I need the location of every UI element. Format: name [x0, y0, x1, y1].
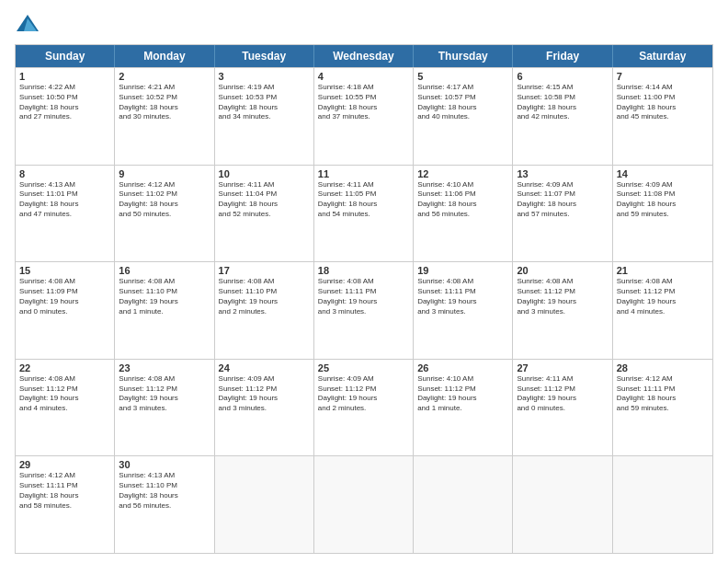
day-number-11: 11: [318, 168, 409, 179]
empty-cell: [613, 456, 712, 553]
day-info-1: Sunrise: 4:22 AM Sunset: 10:50 PM Daylig…: [19, 83, 110, 122]
day-info-17: Sunrise: 4:08 AM Sunset: 11:10 PM Daylig…: [219, 277, 310, 316]
day-number-4: 4: [318, 71, 409, 82]
day-cell-22: 22Sunrise: 4:08 AM Sunset: 11:12 PM Dayl…: [16, 360, 115, 456]
day-number-17: 17: [219, 265, 310, 276]
day-info-9: Sunrise: 4:12 AM Sunset: 11:02 PM Daylig…: [119, 180, 210, 220]
day-info-13: Sunrise: 4:09 AM Sunset: 11:07 PM Daylig…: [517, 180, 608, 220]
day-info-4: Sunrise: 4:18 AM Sunset: 10:55 PM Daylig…: [318, 83, 409, 122]
calendar-row-3: 15Sunrise: 4:08 AM Sunset: 11:09 PM Dayl…: [16, 261, 712, 359]
day-number-10: 10: [219, 168, 310, 179]
day-info-2: Sunrise: 4:21 AM Sunset: 10:52 PM Daylig…: [119, 83, 210, 122]
calendar-header-row: SundayMondayTuesdayWednesdayThursdayFrid…: [16, 45, 712, 67]
day-info-20: Sunrise: 4:08 AM Sunset: 11:12 PM Daylig…: [517, 277, 608, 316]
day-number-25: 25: [318, 362, 409, 373]
day-cell-26: 26Sunrise: 4:10 AM Sunset: 11:12 PM Dayl…: [414, 360, 513, 456]
day-cell-10: 10Sunrise: 4:11 AM Sunset: 11:04 PM Dayl…: [215, 166, 314, 262]
day-cell-29: 29Sunrise: 4:12 AM Sunset: 11:11 PM Dayl…: [16, 456, 115, 553]
day-number-22: 22: [19, 362, 110, 373]
header-day-wednesday: Wednesday: [314, 45, 414, 67]
day-info-21: Sunrise: 4:08 AM Sunset: 11:12 PM Daylig…: [617, 277, 709, 316]
day-number-1: 1: [19, 71, 110, 82]
day-cell-23: 23Sunrise: 4:08 AM Sunset: 11:12 PM Dayl…: [115, 360, 214, 456]
day-number-16: 16: [119, 265, 210, 276]
day-info-6: Sunrise: 4:15 AM Sunset: 10:58 PM Daylig…: [517, 83, 608, 122]
day-number-23: 23: [119, 362, 210, 373]
day-info-29: Sunrise: 4:12 AM Sunset: 11:11 PM Daylig…: [19, 471, 110, 511]
day-info-15: Sunrise: 4:08 AM Sunset: 11:09 PM Daylig…: [19, 277, 110, 316]
day-info-27: Sunrise: 4:11 AM Sunset: 11:12 PM Daylig…: [517, 374, 608, 414]
day-number-12: 12: [417, 168, 508, 179]
day-info-5: Sunrise: 4:17 AM Sunset: 10:57 PM Daylig…: [417, 83, 508, 122]
day-number-7: 7: [617, 71, 709, 82]
day-info-18: Sunrise: 4:08 AM Sunset: 11:11 PM Daylig…: [318, 277, 409, 316]
calendar-row-4: 22Sunrise: 4:08 AM Sunset: 11:12 PM Dayl…: [16, 359, 712, 456]
day-number-2: 2: [119, 71, 210, 82]
day-number-15: 15: [19, 265, 110, 276]
day-cell-27: 27Sunrise: 4:11 AM Sunset: 11:12 PM Dayl…: [513, 360, 612, 456]
day-number-28: 28: [617, 362, 709, 373]
day-info-11: Sunrise: 4:11 AM Sunset: 11:05 PM Daylig…: [318, 180, 409, 220]
logo: [15, 11, 44, 37]
header-day-sunday: Sunday: [16, 45, 115, 67]
day-cell-2: 2Sunrise: 4:21 AM Sunset: 10:52 PM Dayli…: [115, 68, 214, 165]
empty-cell: [513, 456, 612, 553]
day-info-24: Sunrise: 4:09 AM Sunset: 11:12 PM Daylig…: [219, 374, 310, 414]
calendar-row-2: 8Sunrise: 4:13 AM Sunset: 11:01 PM Dayli…: [16, 165, 712, 262]
day-cell-15: 15Sunrise: 4:08 AM Sunset: 11:09 PM Dayl…: [16, 262, 115, 359]
calendar: SundayMondayTuesdayWednesdayThursdayFrid…: [15, 44, 713, 554]
logo-icon: [15, 11, 40, 37]
day-info-23: Sunrise: 4:08 AM Sunset: 11:12 PM Daylig…: [119, 374, 210, 414]
day-cell-30: 30Sunrise: 4:13 AM Sunset: 11:10 PM Dayl…: [115, 456, 214, 553]
day-number-5: 5: [417, 71, 508, 82]
day-cell-20: 20Sunrise: 4:08 AM Sunset: 11:12 PM Dayl…: [513, 262, 612, 359]
day-info-16: Sunrise: 4:08 AM Sunset: 11:10 PM Daylig…: [119, 277, 210, 316]
header-day-saturday: Saturday: [613, 45, 712, 67]
day-info-25: Sunrise: 4:09 AM Sunset: 11:12 PM Daylig…: [318, 374, 409, 414]
day-number-24: 24: [219, 362, 310, 373]
day-cell-4: 4Sunrise: 4:18 AM Sunset: 10:55 PM Dayli…: [314, 68, 414, 165]
day-cell-24: 24Sunrise: 4:09 AM Sunset: 11:12 PM Dayl…: [215, 360, 314, 456]
day-cell-1: 1Sunrise: 4:22 AM Sunset: 10:50 PM Dayli…: [16, 68, 115, 165]
day-cell-5: 5Sunrise: 4:17 AM Sunset: 10:57 PM Dayli…: [414, 68, 513, 165]
day-cell-25: 25Sunrise: 4:09 AM Sunset: 11:12 PM Dayl…: [314, 360, 414, 456]
day-cell-17: 17Sunrise: 4:08 AM Sunset: 11:10 PM Dayl…: [215, 262, 314, 359]
day-number-20: 20: [517, 265, 608, 276]
header-day-tuesday: Tuesday: [215, 45, 314, 67]
calendar-body: 1Sunrise: 4:22 AM Sunset: 10:50 PM Dayli…: [16, 67, 712, 553]
day-info-19: Sunrise: 4:08 AM Sunset: 11:11 PM Daylig…: [417, 277, 508, 316]
day-number-13: 13: [517, 168, 608, 179]
calendar-row-5: 29Sunrise: 4:12 AM Sunset: 11:11 PM Dayl…: [16, 455, 712, 553]
day-number-14: 14: [617, 168, 709, 179]
empty-cell: [215, 456, 314, 553]
day-cell-13: 13Sunrise: 4:09 AM Sunset: 11:07 PM Dayl…: [513, 166, 612, 262]
day-cell-19: 19Sunrise: 4:08 AM Sunset: 11:11 PM Dayl…: [414, 262, 513, 359]
day-number-6: 6: [517, 71, 608, 82]
day-info-8: Sunrise: 4:13 AM Sunset: 11:01 PM Daylig…: [19, 180, 110, 220]
day-info-10: Sunrise: 4:11 AM Sunset: 11:04 PM Daylig…: [219, 180, 310, 220]
day-cell-14: 14Sunrise: 4:09 AM Sunset: 11:08 PM Dayl…: [613, 166, 712, 262]
day-cell-12: 12Sunrise: 4:10 AM Sunset: 11:06 PM Dayl…: [414, 166, 513, 262]
header: [15, 11, 713, 37]
day-number-29: 29: [19, 459, 110, 470]
day-number-9: 9: [119, 168, 210, 179]
day-info-26: Sunrise: 4:10 AM Sunset: 11:12 PM Daylig…: [417, 374, 508, 414]
day-info-14: Sunrise: 4:09 AM Sunset: 11:08 PM Daylig…: [617, 180, 709, 220]
header-day-monday: Monday: [115, 45, 214, 67]
day-cell-21: 21Sunrise: 4:08 AM Sunset: 11:12 PM Dayl…: [613, 262, 712, 359]
day-cell-3: 3Sunrise: 4:19 AM Sunset: 10:53 PM Dayli…: [215, 68, 314, 165]
day-info-7: Sunrise: 4:14 AM Sunset: 11:00 PM Daylig…: [617, 83, 709, 122]
header-day-thursday: Thursday: [414, 45, 513, 67]
day-number-30: 30: [119, 459, 210, 470]
day-cell-28: 28Sunrise: 4:12 AM Sunset: 11:11 PM Dayl…: [613, 360, 712, 456]
day-number-19: 19: [417, 265, 508, 276]
header-day-friday: Friday: [513, 45, 612, 67]
day-cell-6: 6Sunrise: 4:15 AM Sunset: 10:58 PM Dayli…: [513, 68, 612, 165]
empty-cell: [314, 456, 414, 553]
day-number-3: 3: [219, 71, 310, 82]
day-number-26: 26: [417, 362, 508, 373]
day-number-18: 18: [318, 265, 409, 276]
day-info-12: Sunrise: 4:10 AM Sunset: 11:06 PM Daylig…: [417, 180, 508, 220]
day-cell-9: 9Sunrise: 4:12 AM Sunset: 11:02 PM Dayli…: [115, 166, 214, 262]
day-info-22: Sunrise: 4:08 AM Sunset: 11:12 PM Daylig…: [19, 374, 110, 414]
